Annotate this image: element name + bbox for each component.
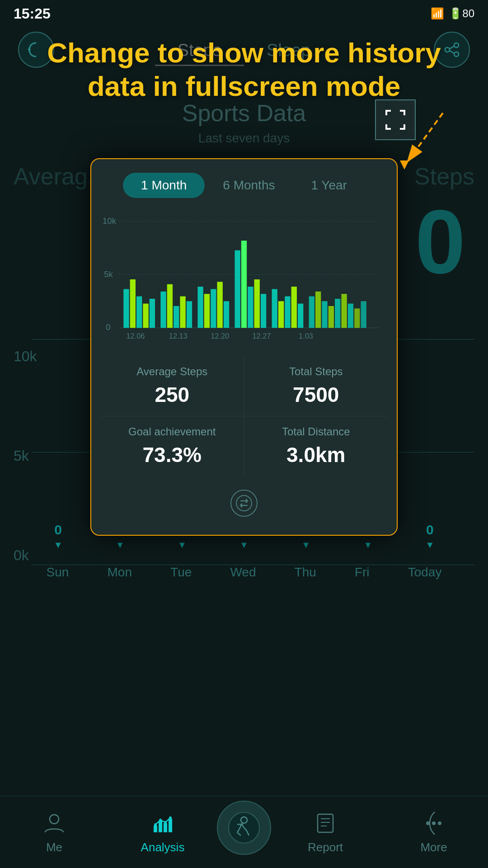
stat-average-steps: Average Steps 250: [100, 356, 244, 416]
svg-rect-30: [241, 241, 247, 328]
bg-yaxis-5k: 5k: [14, 448, 29, 464]
day-tue: Tue: [170, 565, 192, 580]
stat-average-steps-label: Average Steps: [114, 365, 230, 378]
bg-day-labels: Sun Mon Tue Wed Thu Fri Today: [0, 565, 488, 580]
bg-steps-label: Steps: [414, 163, 474, 190]
svg-rect-33: [261, 294, 266, 328]
nav-item-report[interactable]: Report: [271, 810, 380, 854]
period-6months[interactable]: 6 Months: [205, 173, 293, 198]
svg-point-53: [236, 495, 252, 511]
step-item-sun: 0 ▼: [54, 522, 63, 550]
history-modal: 1 Month 6 Months 1 Year 10k 5k 0: [90, 158, 398, 536]
fullscreen-button[interactable]: [375, 99, 416, 140]
nav-label-more: More: [420, 840, 447, 854]
stats-grid: Average Steps 250 Total Steps 7500 Goal …: [100, 356, 388, 476]
svg-rect-36: [285, 297, 290, 328]
svg-rect-45: [348, 304, 353, 328]
status-icons: 📶 🔋80: [431, 7, 474, 20]
nav-item-center[interactable]: [217, 801, 271, 864]
me-icon: [41, 810, 68, 837]
nav-item-more[interactable]: More: [380, 810, 488, 854]
svg-text:12.06: 12.06: [126, 331, 145, 340]
svg-text:12.27: 12.27: [252, 331, 271, 340]
stat-total-steps: Total Steps 7500: [244, 356, 388, 416]
svg-point-71: [432, 821, 436, 825]
svg-rect-55: [154, 826, 157, 832]
day-sun: Sun: [47, 565, 69, 580]
svg-rect-14: [123, 289, 129, 328]
svg-rect-15: [130, 279, 136, 328]
nav-label-me: Me: [46, 840, 62, 854]
chart-container: 10k 5k 0: [91, 207, 397, 352]
svg-text:12.20: 12.20: [211, 331, 229, 340]
analysis-icon: [149, 810, 176, 837]
svg-rect-40: [315, 292, 321, 328]
svg-point-54: [50, 815, 59, 824]
bg-big-number: 0: [415, 190, 465, 294]
status-time: 15:25: [14, 5, 51, 22]
period-1year[interactable]: 1 Year: [293, 173, 365, 198]
svg-rect-23: [187, 301, 192, 328]
nav-label-report: Report: [308, 840, 343, 854]
svg-rect-21: [174, 306, 179, 328]
svg-rect-38: [298, 304, 303, 328]
status-bar: 15:25 📶 🔋80: [0, 0, 488, 27]
svg-rect-37: [291, 287, 297, 328]
svg-rect-35: [278, 301, 284, 328]
stat-total-distance: Total Distance 3.0km: [244, 416, 388, 476]
svg-rect-44: [341, 294, 347, 328]
svg-text:12.13: 12.13: [169, 331, 188, 340]
svg-rect-31: [248, 287, 253, 328]
svg-point-60: [159, 819, 162, 821]
overlay-text-content: Change to show more history data in full…: [18, 36, 470, 104]
svg-rect-22: [180, 297, 185, 328]
step-arrow-tue: ▼: [178, 540, 187, 550]
svg-rect-26: [211, 289, 216, 328]
svg-rect-19: [160, 292, 166, 328]
stat-goal-value: 73.3%: [114, 443, 230, 467]
svg-rect-34: [272, 289, 277, 328]
step-arrow-sun: ▼: [54, 540, 63, 550]
svg-point-61: [164, 821, 167, 824]
step-arrow-wed: ▼: [239, 540, 249, 550]
svg-rect-58: [169, 819, 172, 832]
svg-text:10k: 10k: [103, 216, 116, 225]
svg-text:1.03: 1.03: [299, 331, 313, 340]
svg-rect-25: [204, 294, 210, 328]
bottom-navigation: Me Analysis: [0, 796, 488, 868]
exchange-icon[interactable]: [230, 490, 258, 517]
svg-rect-41: [322, 301, 327, 328]
signal-icon: 📶: [431, 7, 444, 20]
center-nav-button[interactable]: [217, 801, 271, 855]
stat-distance-value: 3.0km: [258, 443, 375, 467]
svg-point-59: [154, 823, 157, 826]
stat-distance-label: Total Distance: [258, 425, 375, 438]
svg-rect-47: [361, 301, 366, 328]
day-thu: Thu: [295, 565, 316, 580]
step-arrow-fri: ▼: [363, 540, 372, 550]
nav-item-me[interactable]: Me: [0, 810, 108, 854]
svg-rect-20: [167, 284, 173, 328]
step-arrow-thu: ▼: [301, 540, 310, 550]
stat-goal-achievement: Goal achievement 73.3%: [100, 416, 244, 476]
stat-goal-label: Goal achievement: [114, 425, 230, 438]
step-arrow-mon: ▼: [116, 540, 125, 550]
svg-rect-32: [254, 279, 260, 328]
day-today: Today: [408, 565, 442, 580]
svg-text:0: 0: [106, 322, 110, 332]
svg-text:5k: 5k: [104, 269, 113, 278]
svg-rect-29: [235, 250, 240, 328]
nav-item-analysis[interactable]: Analysis: [108, 810, 217, 854]
step-num-sun: 0: [54, 522, 62, 538]
stat-total-steps-value: 7500: [258, 382, 375, 407]
period-1month[interactable]: 1 Month: [123, 173, 205, 198]
modal-bottom: [91, 481, 397, 526]
svg-rect-28: [224, 301, 229, 328]
day-mon: Mon: [107, 565, 131, 580]
svg-point-72: [438, 821, 441, 825]
svg-rect-43: [335, 299, 340, 328]
svg-rect-17: [143, 304, 148, 328]
svg-point-70: [426, 821, 430, 825]
battery-icon: 🔋80: [449, 7, 474, 20]
nav-label-analysis: Analysis: [141, 840, 185, 854]
